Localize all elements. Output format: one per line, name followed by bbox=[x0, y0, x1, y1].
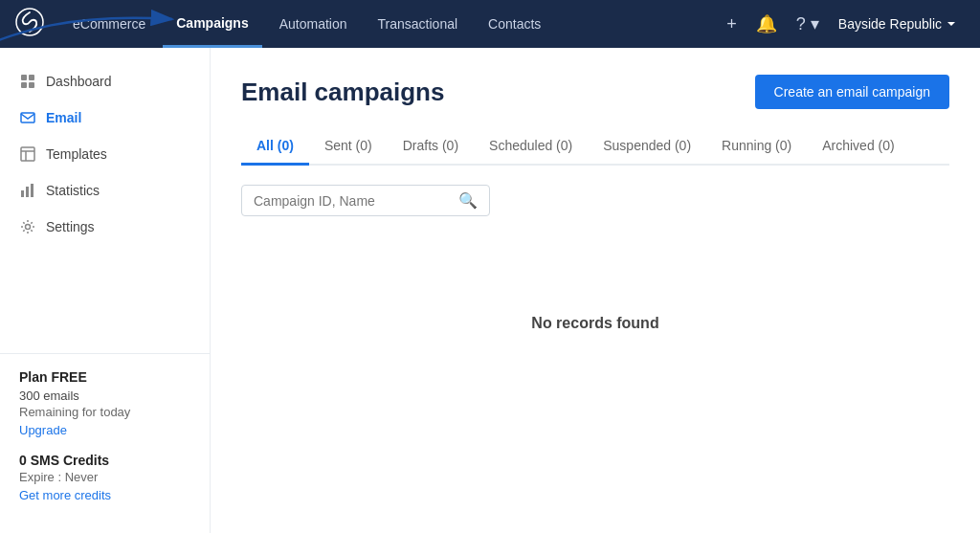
sidebar-label-settings: Settings bbox=[46, 219, 95, 234]
logo[interactable] bbox=[15, 8, 44, 40]
upgrade-link[interactable]: Upgrade bbox=[19, 423, 67, 437]
search-bar: 🔍 bbox=[241, 185, 490, 216]
svg-rect-9 bbox=[21, 190, 24, 197]
page-title: Email campaigns bbox=[241, 78, 755, 107]
tab-all[interactable]: All (0) bbox=[241, 128, 309, 166]
sidebar-label-dashboard: Dashboard bbox=[46, 74, 112, 89]
sidebar-label-email: Email bbox=[46, 110, 81, 125]
dashboard-icon bbox=[19, 73, 36, 90]
statistics-icon bbox=[19, 182, 36, 199]
svg-rect-10 bbox=[26, 187, 29, 197]
campaign-tabs: All (0) Sent (0) Drafts (0) Scheduled (0… bbox=[241, 128, 949, 166]
templates-icon bbox=[19, 145, 36, 163]
sidebar-plan-section: Plan FREE 300 emails Remaining for today… bbox=[0, 353, 210, 518]
email-icon bbox=[19, 109, 36, 126]
app-layout: Dashboard Email Templates Statistics Set… bbox=[0, 48, 980, 533]
main-content: Email campaigns Create an email campaign… bbox=[211, 48, 980, 533]
tab-drafts[interactable]: Drafts (0) bbox=[388, 128, 474, 166]
svg-rect-5 bbox=[21, 113, 34, 122]
sidebar-item-dashboard[interactable]: Dashboard bbox=[0, 63, 210, 100]
nav-ecommerce[interactable]: eCommerce bbox=[59, 0, 159, 48]
sms-credits-title: 0 SMS Credits bbox=[19, 453, 190, 468]
tab-suspended[interactable]: Suspended (0) bbox=[588, 128, 706, 166]
empty-state: No records found bbox=[241, 247, 949, 400]
gear-icon bbox=[19, 218, 36, 235]
sidebar-label-templates: Templates bbox=[46, 146, 107, 162]
top-nav: eCommerce Campaigns Automation Transacti… bbox=[0, 0, 980, 48]
plan-title: Plan FREE bbox=[19, 369, 190, 385]
sidebar-item-statistics[interactable]: Statistics bbox=[0, 172, 210, 209]
bell-icon[interactable]: 🔔 bbox=[748, 0, 785, 48]
svg-rect-2 bbox=[29, 75, 34, 80]
sms-expire: Expire : Never bbox=[19, 470, 190, 484]
nav-transactional[interactable]: Transactional bbox=[365, 0, 472, 48]
sidebar-item-email[interactable]: Email bbox=[0, 100, 210, 136]
svg-rect-6 bbox=[21, 147, 34, 161]
tab-archived[interactable]: Archived (0) bbox=[807, 128, 909, 166]
page-header: Email campaigns Create an email campaign bbox=[241, 75, 949, 109]
tab-scheduled[interactable]: Scheduled (0) bbox=[474, 128, 588, 166]
sidebar-item-templates[interactable]: Templates bbox=[0, 136, 210, 172]
sidebar-item-settings[interactable]: Settings bbox=[0, 209, 210, 245]
sms-section: 0 SMS Credits Expire : Never Get more cr… bbox=[19, 453, 190, 502]
svg-point-12 bbox=[26, 225, 31, 230]
tab-sent[interactable]: Sent (0) bbox=[309, 128, 388, 166]
brand-menu[interactable]: Bayside Republic bbox=[831, 16, 965, 32]
empty-state-text: No records found bbox=[531, 315, 658, 332]
sidebar-label-statistics: Statistics bbox=[46, 183, 100, 198]
create-campaign-button[interactable]: Create an email campaign bbox=[755, 75, 949, 109]
svg-rect-4 bbox=[29, 82, 34, 88]
get-credits-link[interactable]: Get more credits bbox=[19, 488, 111, 502]
svg-rect-11 bbox=[31, 184, 33, 197]
svg-rect-3 bbox=[21, 82, 27, 88]
nav-campaigns[interactable]: Campaigns bbox=[163, 0, 261, 48]
tab-running[interactable]: Running (0) bbox=[706, 128, 807, 166]
sidebar: Dashboard Email Templates Statistics Set… bbox=[0, 48, 211, 533]
help-icon[interactable]: ? ▾ bbox=[789, 0, 827, 48]
brand-label: Bayside Republic bbox=[838, 16, 942, 32]
search-icon: 🔍 bbox=[458, 191, 478, 210]
nav-contacts[interactable]: Contacts bbox=[475, 0, 554, 48]
svg-rect-1 bbox=[21, 75, 27, 80]
nav-automation[interactable]: Automation bbox=[266, 0, 361, 48]
plan-emails: 300 emails bbox=[19, 389, 190, 403]
plan-remaining: Remaining for today bbox=[19, 405, 190, 419]
search-input[interactable] bbox=[254, 193, 458, 209]
add-icon[interactable]: + bbox=[719, 0, 745, 48]
